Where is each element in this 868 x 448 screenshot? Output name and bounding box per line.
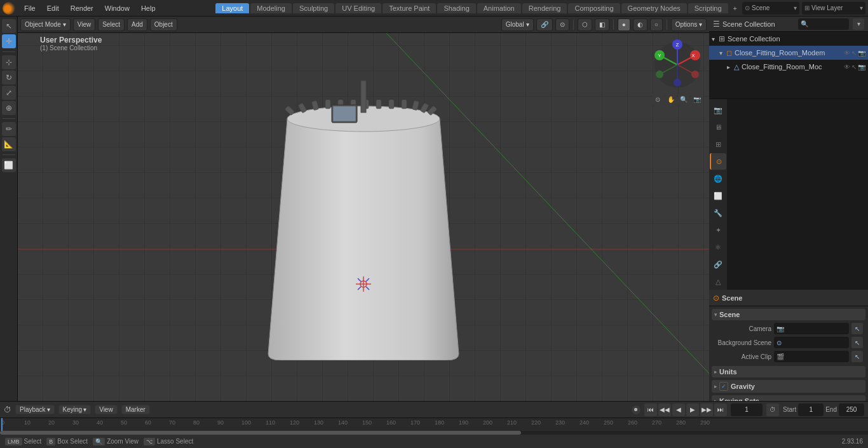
outliner-item-close-fitting-room[interactable]: ▾ ◻ Close_Fitting_Room_Modem 👁 ↖ 📷 [709, 46, 868, 60]
tool-cursor[interactable]: ✛ [2, 34, 16, 48]
prop-tab-render[interactable]: 📷 [710, 102, 726, 118]
menu-window[interactable]: Window [100, 3, 135, 13]
outliner-filter-btn[interactable]: ▾ [853, 18, 864, 30]
tab-compositing[interactable]: Compositing [568, 3, 620, 13]
prop-tab-scene[interactable]: ⊙ [710, 153, 726, 170]
solid-shading-btn[interactable]: ● [618, 18, 630, 31]
tab-sculpting[interactable]: Sculpting [293, 3, 334, 13]
view-menu[interactable]: View [95, 405, 118, 414]
menu-help[interactable]: Help [136, 3, 161, 13]
keying-sets-section-header[interactable]: ▸ Keying Sets [712, 395, 865, 401]
item-render-btn[interactable]: 📷 [858, 50, 865, 57]
options-btn[interactable]: Options ▾ [671, 18, 707, 31]
item-view-btn[interactable]: 👁 [844, 50, 850, 57]
scene-section-header[interactable]: ▾ Scene [712, 309, 865, 320]
timeline-scrollbar-thumb[interactable] [0, 431, 521, 435]
start-frame-input[interactable]: 1 [798, 404, 824, 416]
tool-rotate[interactable]: ↻ [2, 71, 16, 85]
snap-btn[interactable]: 🔗 [536, 18, 553, 31]
menu-edit[interactable]: Edit [42, 3, 64, 13]
select-menu[interactable]: Select [98, 18, 125, 31]
keying-menu[interactable]: Keying ▾ [58, 405, 92, 414]
navigation-gizmo[interactable]: X Y Z [652, 39, 703, 90]
gizmo-cam-btn[interactable]: 📷 [691, 93, 703, 105]
tool-transform[interactable]: ⊕ [2, 101, 16, 115]
prev-frame-btn[interactable]: ◀ [672, 404, 685, 416]
record-btn[interactable]: ⏺ [632, 405, 641, 414]
jump-start-btn[interactable]: ⏮ [644, 404, 657, 416]
next-frame-btn[interactable]: ▶▶ [700, 404, 713, 416]
gravity-section-header[interactable]: ▸ Gravity [712, 380, 865, 393]
view-menu[interactable]: View [73, 18, 96, 31]
view-layer-selector[interactable]: ⊞ View Layer ▾ [802, 2, 865, 15]
tab-rendering[interactable]: Rendering [522, 3, 567, 13]
tab-layout[interactable]: Layout [215, 3, 249, 13]
tab-shading[interactable]: Shading [437, 3, 475, 13]
prop-tab-constraints[interactable]: 🔗 [710, 256, 726, 273]
add-menu[interactable]: Add [127, 18, 147, 31]
tool-move[interactable]: ⊹ [2, 55, 16, 69]
tab-scripting[interactable]: Scripting [688, 3, 728, 13]
bg-scene-select-btn[interactable]: ↖ [851, 337, 863, 348]
prop-tab-physics[interactable]: ⚛ [710, 239, 726, 255]
active-clip-select-btn[interactable]: ↖ [851, 351, 863, 362]
gizmo-zoom-btn[interactable]: 🔍 [678, 93, 690, 105]
playback-menu[interactable]: Playback ▾ [15, 405, 55, 414]
current-frame-input[interactable]: 1 [731, 404, 763, 416]
moc-select-btn[interactable]: ↖ [851, 64, 857, 71]
overlay-btn[interactable]: ⬡ [578, 18, 592, 31]
viewport-canvas[interactable]: User Perspective (1) Scene Collection X [18, 33, 709, 401]
transform-selector[interactable]: Global ▾ [501, 18, 534, 31]
end-frame-input[interactable]: 250 [839, 404, 864, 416]
prop-tab-view-layer[interactable]: ⊞ [710, 136, 726, 153]
tab-geometry-nodes[interactable]: Geometry Nodes [621, 3, 687, 13]
prop-tab-world[interactable]: 🌐 [710, 170, 726, 187]
xray-btn[interactable]: ◧ [595, 18, 609, 31]
moc-view-btn[interactable]: 👁 [844, 64, 850, 71]
tool-measure[interactable]: 📐 [2, 137, 16, 151]
mode-selector[interactable]: Object Mode ▾ [20, 18, 71, 31]
material-shading-btn[interactable]: ◐ [633, 18, 648, 31]
gravity-checkbox[interactable] [719, 382, 728, 391]
tool-add-cube[interactable]: ⬜ [2, 158, 16, 172]
prop-tab-object[interactable]: ⬜ [710, 187, 726, 204]
tool-scale[interactable]: ⤢ [2, 86, 16, 100]
outliner-item-close-fitting-moc[interactable]: ▸ △ Close_Fitting_Room_Moc 👁 ↖ 📷 [709, 60, 868, 74]
rendered-shading-btn[interactable]: ○ [650, 18, 663, 31]
prop-tab-data[interactable]: △ [710, 273, 726, 290]
moc-render-btn[interactable]: 📷 [858, 64, 865, 71]
scene-selector[interactable]: ⊙ Scene ▾ [742, 2, 799, 15]
units-section-header[interactable]: ▸ Units [712, 366, 865, 377]
bg-scene-value[interactable]: ⊙ [774, 337, 849, 348]
camera-value[interactable]: 📷 [774, 323, 849, 334]
gizmo-persp-btn[interactable]: ⊙ [652, 93, 664, 105]
tab-modeling[interactable]: Modeling [250, 3, 292, 13]
frame-timing-btn[interactable]: ⏱ [766, 404, 779, 416]
object-menu[interactable]: Object [150, 18, 177, 31]
menu-file[interactable]: File [19, 3, 41, 13]
add-workspace-button[interactable]: + [729, 3, 741, 13]
gizmo-move-btn[interactable]: ✋ [665, 93, 677, 105]
tab-animation[interactable]: Animation [477, 3, 521, 13]
timeline-ruler[interactable]: 0 10 20 30 40 50 60 70 80 90 100 110 120… [0, 418, 868, 431]
camera-select-btn[interactable]: ↖ [851, 323, 863, 334]
prop-tab-particles[interactable]: ✦ [710, 222, 726, 238]
menu-render[interactable]: Render [65, 3, 98, 13]
timeline-scrollbar[interactable] [0, 431, 868, 435]
prop-tab-modifier[interactable]: 🔧 [710, 205, 726, 221]
play-btn[interactable]: ▶ [686, 404, 699, 416]
outliner-item-scene-collection[interactable]: ▾ ⊞ Scene Collection [709, 32, 868, 46]
prev-keyframe-btn[interactable]: ◀◀ [658, 404, 671, 416]
marker-menu[interactable]: Marker [121, 405, 150, 414]
tool-select[interactable]: ↖ [2, 19, 16, 33]
tab-texture-paint[interactable]: Texture Paint [383, 3, 436, 13]
proportional-btn[interactable]: ⊙ [555, 18, 569, 31]
blender-logo[interactable] [3, 2, 15, 15]
jump-end-btn[interactable]: ⏭ [714, 404, 727, 416]
item-select-btn[interactable]: ↖ [851, 50, 857, 57]
tab-uv-editing[interactable]: UV Editing [336, 3, 381, 13]
prop-tab-output[interactable]: 🖥 [710, 119, 726, 135]
outliner-search[interactable]: 🔍 [798, 18, 849, 30]
tool-annotate[interactable]: ✏ [2, 122, 16, 136]
active-clip-value[interactable]: 🎬 [774, 351, 849, 362]
